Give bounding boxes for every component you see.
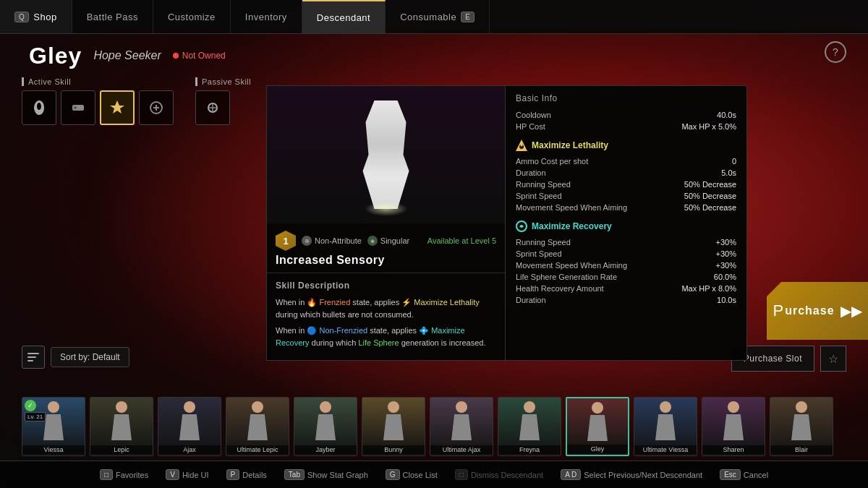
skill-description: Skill Description When in 🔥 Frenzied sta… [267,273,505,360]
skill-desc-text-2: When in 🔵 Non-Frenzied state, applies 💠 … [276,325,496,348]
char-card-lepic[interactable]: Lepic [90,397,153,456]
cancel-action[interactable]: Esc Cancel [720,469,768,480]
details-action[interactable]: P Details [226,469,267,480]
nav-descendant[interactable]: Descendant [302,0,386,33]
popup-right: Basic Info Cooldown 40.0s HP Cost Max HP… [506,86,746,360]
stat-sprint-speed-1: Sprint Speed 50% Decrease [516,190,736,202]
consumable-key: E [461,12,475,22]
char-card-ultimate-viessa[interactable]: Ultimate Viessa [634,397,697,456]
bottom-bar: □ Favorites V Hide UI P Details Tab Show… [0,461,868,488]
nav-battle-pass[interactable]: Battle Pass [72,0,153,33]
header-area: Gley Hope Seeker Not Owned ? [0,34,868,77]
passive-skill-label: Passive Skill [195,77,251,86]
nav-shop[interactable]: Q Shop [0,0,72,33]
purchase-area: Purchase Slot ☆ [731,346,846,372]
char-card-sharen[interactable]: Sharen [702,397,765,456]
hide-ui-action[interactable]: V Hide UI [166,469,208,480]
skills-section: Active Skill [22,77,251,125]
stat-life-sphere: Life Sphere Generation Rate 60.0% [516,271,736,283]
favorites-key: □ [100,469,113,480]
char-name-sharen: Sharen [702,445,765,454]
svg-point-6 [521,145,523,147]
stat-ammo: Ammo Cost per shot 0 [516,155,736,167]
help-button[interactable]: ? [825,41,846,63]
passive-skill-icons [195,90,251,125]
char-card-bunny[interactable]: Bunny [362,397,425,456]
select-prev-next-action[interactable]: A D Select Previous/Next Descendant [561,469,702,480]
skill-art-icon-1: 🔥 [307,298,319,307]
stat-movement-aiming-2: Movement Speed When Aiming +30% [516,260,736,271]
svg-rect-9 [27,356,36,358]
nav-inventory[interactable]: Inventory [231,0,302,33]
character-name: Gley [29,43,82,69]
skill-art [267,86,505,223]
lethality-label: Maximize Lethality [532,140,608,150]
frenzied-link[interactable]: Frenzied [319,298,350,307]
nav-consumable[interactable]: Consumable E [386,0,490,33]
basic-stats: Cooldown 40.0s HP Cost Max HP x 5.0% [516,109,736,132]
char-card-freyna[interactable]: Freyna [498,397,561,456]
skill-desc-title: Skill Description [276,281,496,291]
stat-graph-action[interactable]: Tab Show Stat Graph [284,469,368,480]
skill-icon-1[interactable] [22,90,56,125]
passive-icon-1[interactable] [195,90,230,125]
skill-number: 1 [276,231,296,251]
status-dot [173,53,179,59]
char-name-blair: Blair [770,445,833,454]
sort-label: Sort by: Default [51,347,129,367]
char-card-viessa[interactable]: ✓Lv. 21Viessa [22,397,85,456]
purchase-btn-label: urchase [785,304,834,317]
type-icon: ◈ [367,236,378,246]
recovery-icon [516,221,527,232]
stat-running-speed-2: Running Speed +30% [516,236,736,248]
skill-icon-2[interactable] [61,90,95,125]
char-card-gley[interactable]: Gley [566,397,629,456]
char-name-freyna: Freyna [498,445,561,454]
char-name-viessa: Viessa [22,445,85,454]
shop-key: Q [14,12,29,22]
svg-point-1 [74,106,77,109]
stat-movement-aiming-1: Movement Speed When Aiming 50% Decrease [516,202,736,213]
active-skill-icons [22,90,174,125]
stat-duration-1: Duration 5.0s [516,167,736,179]
char-name-gley: Gley [567,445,628,453]
active-skill-group: Active Skill [22,77,174,125]
nav-customize[interactable]: Customize [153,0,231,33]
favorite-button[interactable]: ☆ [820,346,846,372]
skill-icon-3[interactable] [100,90,135,125]
owned-check-viessa: ✓ [25,400,36,411]
char-card-jayber[interactable]: Jayber [294,397,357,456]
stat-duration-2: Duration 10.0s [516,294,736,306]
char-card-ultimate-lepic[interactable]: Ultimate Lepic [226,397,289,456]
char-card-ultimate-ajax[interactable]: Ultimate Ajax [430,397,493,456]
purchase-button[interactable]: P urchase ▶▶ [767,282,868,340]
char-card-blair[interactable]: Blair [770,397,833,456]
active-skill-label: Active Skill [22,77,174,86]
favorites-action: □ Favorites [100,469,148,480]
skill-popup: 1 ⊕ Non-Attribute ◈ Singular Available a… [266,85,747,361]
stat-sprint-speed-2: Sprint Speed +30% [516,248,736,260]
lethality-icon [516,140,527,151]
life-sphere-link[interactable]: Life Sphere [358,338,399,347]
skill-availability: Available at Level 5 [427,236,496,245]
sort-icon-button[interactable] [22,346,45,369]
hide-key: V [166,469,179,480]
maximize-lethality-link[interactable]: Maximize Lethality [414,298,479,307]
char-card-ajax[interactable]: Ajax [158,397,221,456]
svg-rect-10 [27,360,33,361]
char-name-jayber: Jayber [294,445,357,454]
stat-health-recovery: Health Recovery Amount Max HP x 8.0% [516,283,736,294]
stat-cooldown: Cooldown 40.0s [516,109,736,121]
close-key: G [386,469,400,480]
esc-key: Esc [720,469,741,480]
char-name-ajax: Ajax [158,445,221,454]
dismiss-action: □ Dismiss Descendant [455,469,543,480]
char-name-bunny: Bunny [362,445,425,454]
recovery-label: Maximize Recovery [532,221,612,231]
tab-key: Tab [284,469,305,480]
char-name-lepic: Lepic [90,445,153,454]
skill-icon-4[interactable] [139,90,174,125]
non-frenzied-link[interactable]: Non-Frenzied [319,326,367,335]
basic-info-title: Basic Info [516,93,736,103]
close-list-action[interactable]: G Close List [386,469,438,480]
